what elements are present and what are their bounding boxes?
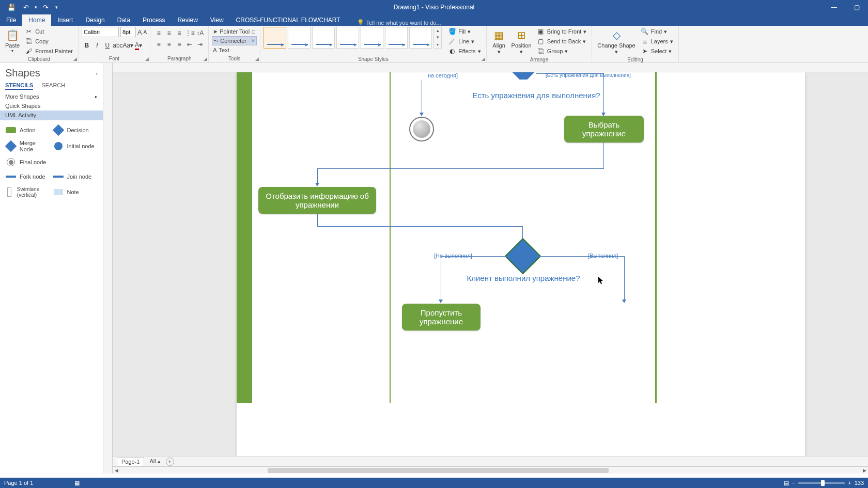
tab-view[interactable]: View [204, 14, 230, 26]
format-painter-button[interactable]: 🖌Format Painter [23, 46, 75, 56]
search-tab[interactable]: SEARCH [41, 82, 65, 90]
style-preset-7[interactable] [409, 27, 432, 49]
scroll-thumb[interactable] [268, 468, 609, 473]
fill-button[interactable]: 🪣Fill▾ [446, 27, 483, 36]
macro-icon[interactable]: ▦ [74, 480, 80, 486]
connector[interactable] [603, 143, 604, 168]
font-color-button[interactable]: A▾ [133, 40, 144, 51]
shape-fork[interactable]: Fork node [5, 172, 51, 181]
connector[interactable] [536, 73, 603, 74]
quick-shapes-row[interactable]: Quick Shapes [0, 101, 103, 111]
connector[interactable] [317, 214, 318, 226]
decision-2[interactable] [505, 239, 540, 274]
group-button[interactable]: ⿻Group▾ [535, 46, 589, 56]
text-direction-button[interactable]: ↕A [195, 28, 205, 38]
undo-more[interactable]: ▾ [33, 1, 38, 13]
question-1-text[interactable]: Есть упражнения для выполнения? [454, 91, 619, 100]
cut-button[interactable]: ✂Cut [23, 27, 75, 36]
horizontal-ruler[interactable] [113, 63, 868, 72]
drawing-page[interactable]: [Есть упражнения для выполнения] на сего… [237, 72, 805, 458]
vertical-ruler[interactable] [103, 63, 113, 474]
dialog-launcher[interactable]: ◢ [73, 56, 77, 61]
action-show[interactable]: Отобразить информацию об упражнении [258, 187, 376, 214]
underline-button[interactable]: U [102, 40, 113, 51]
zoom-label[interactable]: 133 [855, 480, 864, 486]
dialog-launcher[interactable]: ◢ [255, 56, 259, 61]
zoom-out-button[interactable]: − [792, 480, 795, 486]
align-bottom-button[interactable]: ≡ [174, 28, 184, 38]
bullets-button[interactable]: ⋮≡ [184, 28, 195, 38]
tab-file[interactable]: File [0, 14, 22, 26]
dialog-launcher[interactable]: ◢ [482, 56, 485, 61]
more-shapes-row[interactable]: More Shapes▸ [0, 92, 103, 101]
position-button[interactable]: ⊞Position▾ [509, 27, 534, 56]
tab-process[interactable]: Process [136, 14, 171, 26]
bold-button[interactable]: B [82, 40, 92, 51]
align-top-button[interactable]: ≡ [153, 28, 164, 38]
font-name-combo[interactable] [82, 27, 119, 37]
add-page-button[interactable]: + [166, 458, 174, 466]
align-middle-button[interactable]: ≡ [164, 28, 174, 38]
qat-customize[interactable]: ▾ [53, 1, 60, 13]
paste-button[interactable]: 📋 Paste▾ [3, 27, 22, 54]
bring-to-front-button[interactable]: ▣Bring to Front▾ [535, 27, 589, 36]
tab-insert[interactable]: Insert [51, 14, 79, 26]
maximize-button[interactable]: ▢ [845, 0, 868, 14]
select-button[interactable]: ➤Select▾ [639, 46, 675, 56]
save-button[interactable]: 💾 [4, 1, 19, 13]
connector[interactable] [603, 73, 604, 114]
shape-final[interactable]: Final node [5, 158, 51, 167]
shape-initial[interactable]: Initial node [53, 140, 98, 152]
case-button[interactable]: Aa▾ [123, 40, 133, 51]
layers-button[interactable]: ≣Layers▾ [639, 37, 675, 46]
dialog-launcher[interactable]: ◢ [145, 56, 149, 61]
view-normal-button[interactable]: ▤ [784, 480, 789, 486]
tab-design[interactable]: Design [79, 14, 111, 26]
align-button[interactable]: ▦Align▾ [490, 27, 508, 56]
style-gallery-more[interactable]: ▲▼▾ [433, 27, 442, 49]
connector[interactable] [441, 256, 441, 301]
redo-button[interactable]: ↷ [38, 1, 53, 13]
style-preset-5[interactable] [361, 27, 383, 49]
decision-top-partial[interactable] [510, 72, 536, 80]
connector[interactable] [317, 226, 523, 227]
style-preset-4[interactable] [336, 27, 359, 49]
page-tab-1[interactable]: Page-1 [117, 457, 144, 466]
all-pages-button[interactable]: All ▴ [149, 458, 160, 465]
uml-activity-stencil[interactable]: UML Activity [0, 111, 103, 120]
connector[interactable] [624, 256, 625, 301]
tab-data[interactable]: Data [111, 14, 136, 26]
zoom-slider[interactable] [798, 482, 845, 484]
copy-button[interactable]: ⿻Copy [23, 37, 75, 46]
horizontal-scrollbar[interactable]: ◀ ▶ [113, 466, 868, 474]
pointer-tool-button[interactable]: ➤Pointer Tool▢ [212, 27, 257, 36]
font-size-combo[interactable] [120, 27, 136, 37]
tab-home[interactable]: Home [22, 14, 51, 26]
undo-button[interactable]: ↶ [19, 1, 33, 13]
align-right-button[interactable]: ≡ [174, 39, 184, 50]
strikethrough-button[interactable]: abc [113, 40, 123, 51]
effects-button[interactable]: ◐Effects▾ [446, 46, 483, 56]
connector-tool-button[interactable]: ⤳Connector✕ [212, 36, 257, 45]
minimize-button[interactable]: ― [823, 0, 845, 14]
line-button[interactable]: ／Line▾ [446, 37, 483, 46]
align-left-button[interactable]: ≡ [153, 39, 164, 50]
tell-me-search[interactable]: 💡Tell me what you want to do... [357, 19, 441, 26]
align-center-button[interactable]: ≡ [164, 39, 174, 50]
grow-font-button[interactable]: A [137, 28, 142, 36]
action-skip[interactable]: Пропустить упражнение [402, 304, 481, 330]
dec-indent-button[interactable]: ⇤ [184, 39, 195, 50]
swimlane-divider[interactable] [390, 72, 391, 403]
tab-cross-functional[interactable]: CROSS-FUNCTIONAL FLOWCHART [230, 14, 347, 26]
style-preset-3[interactable] [312, 27, 335, 49]
connector[interactable] [317, 168, 604, 169]
change-shape-button[interactable]: ◇Change Shape▾ [595, 27, 637, 56]
shape-decision[interactable]: Decision [53, 125, 98, 135]
inc-indent-button[interactable]: ⇥ [195, 39, 205, 50]
canvas-viewport[interactable]: [Есть упражнения для выполнения] на сего… [113, 72, 868, 458]
question-2-text[interactable]: Клиент выполнил упражнение? [463, 274, 584, 282]
shape-note[interactable]: Note [53, 186, 98, 198]
connector[interactable] [422, 80, 422, 113]
tab-review[interactable]: Review [171, 14, 204, 26]
italic-button[interactable]: I [92, 40, 102, 51]
